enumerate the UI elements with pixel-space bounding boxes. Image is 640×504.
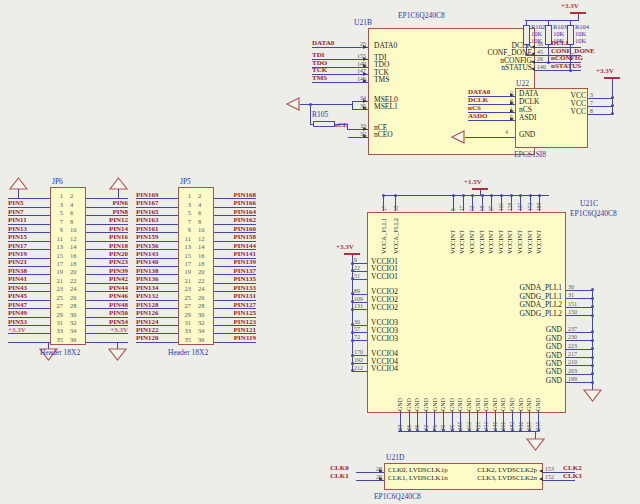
pin-arrow-icon	[510, 109, 514, 113]
pin-number: 26	[198, 295, 205, 302]
pin-number: 30	[70, 312, 77, 319]
net-label: TCK	[312, 67, 327, 74]
pin-number: 223	[568, 343, 577, 349]
pin-number: 10	[198, 227, 205, 234]
net-label: PIN162	[233, 217, 256, 224]
net-label: PIN127	[233, 302, 256, 309]
pin-number: 35	[48, 337, 63, 344]
u22-vcc-pins: VCC3VCC7VCC8	[530, 92, 640, 116]
net-label: PIN42	[109, 276, 128, 283]
net-label: PIN144	[233, 243, 256, 250]
pin-column: GND146	[491, 388, 500, 434]
pin-row: GND199	[430, 376, 602, 384]
wire	[465, 137, 515, 138]
plus3v3-label: +3.3V	[336, 244, 354, 251]
pin-column: 27VCCA_PLL1	[378, 196, 390, 254]
u21c-top-pll-pins: 27VCCA_PLL135VCCA_PLL2	[378, 196, 402, 254]
pin-name: VCCINT	[486, 212, 496, 254]
wire	[300, 104, 352, 105]
wire	[310, 124, 313, 125]
pin-number: 36	[198, 337, 205, 344]
pin-column: GND196	[516, 388, 525, 434]
pin-number: 27	[176, 303, 191, 310]
pin-number: 5	[176, 210, 191, 217]
ground-arrow-down-icon	[583, 389, 602, 402]
pin-name: VCCINT	[515, 212, 525, 254]
pin-arrow-icon	[363, 106, 367, 110]
pin-number: 18	[70, 261, 77, 268]
net-label: nCS	[468, 105, 481, 112]
pin-arrow-icon	[531, 67, 535, 71]
wire	[86, 342, 128, 343]
u21b-right-pins: DCLK36DCLKCONF_DONE45CONF_DONEnCONFIG26n…	[430, 42, 590, 72]
net-label: PIN121	[233, 327, 256, 334]
net-label: ASDO	[468, 113, 487, 120]
pin-number: 20	[198, 269, 205, 276]
pin-number: 105	[456, 414, 464, 430]
pin-number: 166	[499, 414, 507, 430]
pin-name: TMS	[374, 76, 389, 84]
pin-number: 7	[176, 219, 191, 226]
net-label: PIN50	[109, 310, 128, 317]
resistor-label: R10310K10K	[553, 23, 575, 44]
wire	[566, 298, 592, 299]
pin-name: CLK2, LVDSCLK2p	[477, 467, 537, 474]
pin-number: 3	[176, 202, 191, 209]
pin-number: 31	[568, 292, 574, 298]
pin-number: 210	[568, 359, 577, 365]
wire	[347, 124, 348, 130]
pin-number: 16	[198, 253, 205, 260]
pin-number: 62	[422, 414, 430, 430]
pin-number: 30	[198, 312, 205, 319]
pin-row: 32nCEO	[312, 132, 472, 140]
header-row: 12	[8, 193, 128, 201]
pin-number: 150	[568, 309, 577, 315]
wire	[588, 98, 612, 99]
pin-number: 7	[590, 100, 593, 106]
net-label: PIN16	[109, 234, 128, 241]
pin-number: 18	[198, 261, 205, 268]
pin-number: 203	[568, 368, 577, 374]
pin-column: GND26	[405, 388, 414, 434]
junction-dot	[569, 69, 572, 72]
pin-column: GND85	[439, 388, 448, 434]
pin-number: 12	[198, 236, 205, 243]
pin-number: 46	[413, 414, 421, 430]
plus3v3-label: +3.3V	[596, 68, 614, 75]
net-label: DATA0	[312, 40, 334, 47]
wire	[566, 357, 592, 358]
pin-number: 15	[48, 253, 63, 260]
wire	[566, 374, 592, 375]
wire	[588, 106, 612, 107]
pin-number: 230	[568, 334, 577, 340]
wire	[312, 47, 368, 48]
pin-number: 4	[70, 202, 73, 209]
pin-number: 34	[70, 328, 77, 335]
wire	[310, 104, 311, 124]
pin-number: 3	[590, 92, 593, 98]
wire	[312, 82, 368, 83]
wire	[566, 315, 592, 316]
pin-number: 16	[70, 253, 77, 260]
pin-number: 33	[48, 328, 63, 335]
pin-number: 215	[534, 414, 542, 430]
pin-number: 1	[176, 193, 191, 200]
resistor-value: 10K	[531, 30, 553, 37]
pin-number: 27	[379, 196, 389, 211]
pin-number: 14	[70, 244, 77, 251]
pin-number: 9	[48, 227, 63, 234]
pin-name: VCCA_PLL2	[391, 212, 401, 254]
pin-number: 2	[70, 193, 73, 200]
pin-arrow-icon	[539, 477, 543, 481]
pin-name: GND	[546, 335, 562, 343]
pin-name: GND	[413, 388, 421, 411]
net-label: PIN54	[109, 319, 128, 326]
pin-row: TMS146TMS	[312, 77, 472, 85]
pin-row: VCC8	[530, 108, 640, 116]
net-label: +3.3V	[110, 327, 128, 334]
pin-number: 85	[439, 414, 447, 430]
pin-number: 20	[70, 269, 77, 276]
resistor-value: 10K	[575, 37, 597, 44]
pin-name: GND	[519, 131, 535, 139]
pin-number: 24	[70, 286, 77, 293]
